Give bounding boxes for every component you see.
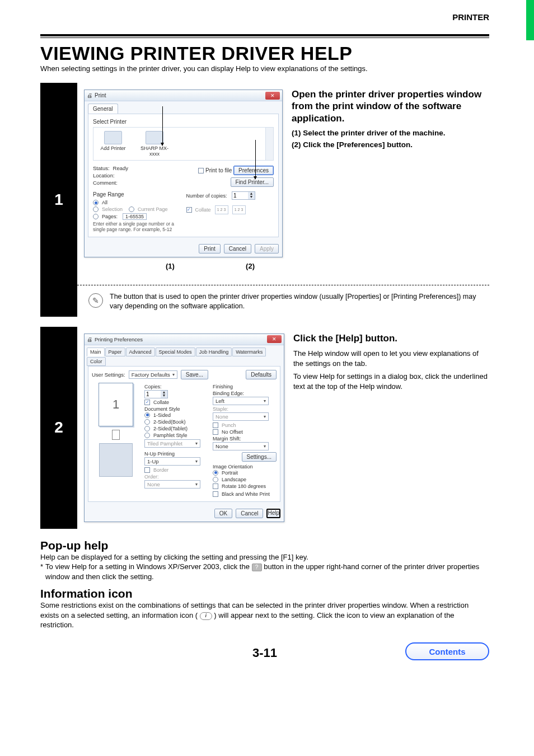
ds3-label: 2-Sided(Tablet) [153, 426, 188, 431]
page-title: VIEWING PRINTER DRIVER HELP [40, 43, 489, 64]
asterisk: * [40, 562, 43, 581]
prefs-collate-checkbox[interactable] [144, 400, 150, 405]
portrait-label: Portrait [222, 470, 238, 476]
landscape-label: Landscape [222, 477, 246, 482]
cancel-button[interactable]: Cancel [224, 244, 251, 253]
prefs-copies-spin[interactable]: ▲▼ [144, 390, 168, 398]
add-printer-icon [104, 131, 122, 144]
user-settings-dropdown[interactable]: Factory Defaults [129, 370, 177, 379]
apply-button[interactable]: Apply [255, 244, 279, 253]
radio-portrait[interactable] [213, 470, 218, 476]
status-value: Ready [113, 165, 128, 171]
finishing-label: Finishing [213, 384, 277, 389]
all-label: All [102, 200, 107, 205]
location-label: Location: [93, 172, 115, 179]
print-icon: 🖨 [87, 92, 92, 98]
no-offset-checkbox[interactable] [213, 429, 218, 435]
order-dropdown[interactable]: None [144, 480, 200, 489]
tray-icon [112, 430, 120, 440]
tiled-pamphlet-dropdown[interactable]: Tiled Pamphlet [144, 439, 200, 448]
preferences-button[interactable]: Preferences [233, 166, 274, 175]
tab-color[interactable]: Color [87, 357, 106, 366]
ds1-label: 1-Sided [153, 412, 171, 418]
information-icon-heading: Information icon [40, 587, 489, 600]
ok-button[interactable]: OK [214, 509, 232, 518]
step-1-sub-2: (2) Click the [Preferences] button. [292, 140, 489, 149]
contents-button[interactable]: Contents [405, 642, 489, 660]
doc-style-label: Document Style [144, 406, 208, 412]
radio-selection[interactable] [93, 206, 99, 212]
step-1-heading: Open the printer driver properties windo… [292, 88, 489, 124]
staple-dropdown[interactable]: None [213, 412, 269, 421]
preferences-dialog: 🖨Printing Preferences ✕ Main Paper Advan… [84, 334, 284, 522]
copies-spin[interactable]: ▲▼ [232, 191, 255, 200]
ds2-label: 2-Sided(Book) [153, 419, 186, 425]
radio-1-sided[interactable] [144, 412, 150, 418]
scrollbar[interactable] [265, 128, 273, 160]
prefs-title: Printing Preferences [95, 336, 143, 342]
section-edge-marker [526, 0, 534, 40]
find-printer-button[interactable]: Find Printer... [231, 177, 274, 187]
print-dialog: 🖨Print ✕ General Select Printer Add Prin… [84, 90, 283, 257]
radio-2-sided-tablet[interactable] [144, 426, 150, 431]
border-checkbox[interactable] [144, 467, 150, 473]
collate-checkbox[interactable] [186, 207, 192, 213]
document-preview: 1 [99, 383, 133, 426]
tab-main[interactable]: Main [87, 348, 105, 356]
step-1-number: 1 [40, 83, 77, 317]
rotate-label: Rotate 180 degrees [222, 483, 266, 489]
prefs-copies-input[interactable] [145, 391, 161, 398]
add-printer-item[interactable]: Add Printer [97, 131, 129, 157]
selection-label: Selection [102, 206, 123, 212]
help-question-icon: ? [252, 564, 262, 571]
radio-all[interactable] [93, 200, 99, 205]
prefs-tabs: Main Paper Advanced Special Modes Job Ha… [85, 345, 284, 366]
pages-input[interactable]: 1-65535 [123, 213, 147, 220]
tab-advanced[interactable]: Advanced [126, 348, 155, 356]
print-to-file-checkbox[interactable] [198, 168, 204, 173]
printer-list: Add Printer SHARP MX-xxxx [93, 127, 274, 161]
tab-watermarks[interactable]: Watermarks [232, 348, 266, 356]
close-icon[interactable]: ✕ [267, 335, 282, 343]
radio-2-sided-book[interactable] [144, 419, 150, 425]
radio-landscape[interactable] [213, 477, 218, 482]
collate-glyph-1: 1 2 3 [215, 205, 228, 214]
copies-input[interactable] [232, 192, 248, 199]
mfp-icon [99, 443, 133, 477]
radio-current-page[interactable] [129, 206, 134, 212]
margin-shift-dropdown[interactable]: None [213, 442, 269, 450]
rotate-checkbox[interactable] [213, 483, 218, 489]
dialog-title: Print [95, 92, 106, 98]
tab-general[interactable]: General [88, 104, 118, 114]
border-label: Border [153, 467, 168, 473]
tab-paper[interactable]: Paper [105, 348, 125, 356]
punch-checkbox[interactable] [213, 422, 218, 428]
no-offset-label: No Offset [222, 429, 243, 435]
binding-edge-dropdown[interactable]: Left [213, 397, 269, 405]
step-1-sub-1: (1) Select the printer driver of the mac… [292, 129, 489, 137]
collate-label: Collate [195, 207, 211, 213]
radio-pages[interactable] [93, 214, 99, 219]
save-button[interactable]: Save... [181, 370, 208, 379]
margin-shift-label: Margin Shift: [213, 436, 277, 442]
defaults-button[interactable]: Defaults [246, 370, 277, 379]
tab-job-handling[interactable]: Job Handling [196, 348, 232, 356]
radio-pamphlet[interactable] [144, 433, 150, 438]
collate-glyph-2: 1 2 3 [232, 205, 246, 214]
close-icon[interactable]: ✕ [265, 92, 280, 100]
bw-label: Black and White Print [222, 491, 270, 497]
step-2-number: 2 [40, 327, 77, 529]
settings-button[interactable]: Settings... [242, 452, 277, 462]
sharp-printer-item[interactable]: SHARP MX-xxxx [138, 131, 171, 157]
print-to-file-label: Print to file [205, 167, 232, 173]
bw-checkbox[interactable] [213, 491, 218, 497]
help-button[interactable]: Help [266, 509, 280, 518]
step-2-text-1: The Help window will open to let you vie… [293, 349, 489, 368]
page-range-label: Page Range [93, 191, 181, 198]
print-button[interactable]: Print [199, 244, 221, 253]
staple-label: Staple: [213, 406, 277, 412]
tab-special-modes[interactable]: Special Modes [156, 348, 195, 356]
prefs-cancel-button[interactable]: Cancel [236, 509, 263, 518]
nup-dropdown[interactable]: 1-Up [144, 457, 200, 466]
select-printer-label: Select Printer [93, 119, 274, 125]
